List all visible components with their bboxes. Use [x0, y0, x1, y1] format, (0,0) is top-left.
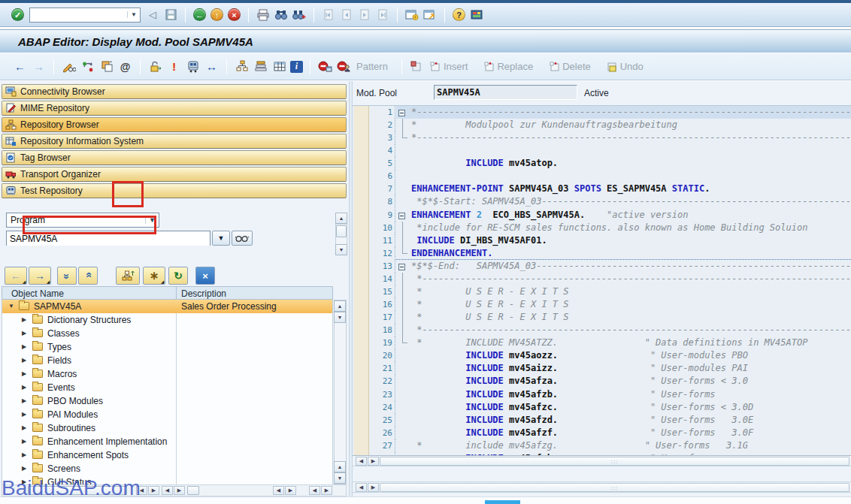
expand-arrow-icon[interactable]: ▶: [22, 451, 26, 458]
panel-scroll-right-button[interactable]: ▶: [285, 486, 296, 495]
sidebar-button-repository-browser[interactable]: Repository Browser: [2, 117, 347, 132]
tree-page-down-button[interactable]: ▼: [334, 472, 346, 484]
column-divider[interactable]: [176, 287, 177, 300]
code-line-6[interactable]: 6: [353, 170, 851, 183]
tree-item-pai-modules[interactable]: ▶PAI Modules: [2, 408, 333, 421]
outer-hscroll-thumb[interactable]: :::: [380, 483, 849, 492]
tree-item-classes[interactable]: ▶Classes: [2, 327, 333, 340]
replace-icon[interactable]: [481, 59, 497, 74]
code-line-21[interactable]: 21 INCLUDE mv45aizz. " User-modules PAI: [353, 362, 851, 375]
pattern-button[interactable]: Pattern: [356, 61, 388, 72]
code-line-19[interactable]: 19 * INCLUDE MV45ATZZ. " Data definition…: [353, 337, 851, 349]
first-page-icon[interactable]: [321, 8, 336, 23]
tree-item-events[interactable]: ▶Events: [2, 381, 333, 394]
tree-root-description[interactable]: Sales Order Processing: [181, 301, 277, 312]
object-name-dropdown-button[interactable]: ▼: [212, 231, 230, 246]
code-line-14[interactable]: 14 *------------------------------------…: [353, 273, 851, 285]
code-line-17[interactable]: 17 * U S E R - E X I T S: [353, 311, 851, 324]
refresh-button[interactable]: ↻: [168, 267, 188, 285]
copy-icon[interactable]: [98, 59, 114, 74]
object-list-icon[interactable]: [234, 59, 250, 74]
desc-scroll-right-button[interactable]: ▶: [174, 486, 185, 495]
back-arrow-icon[interactable]: ←: [12, 59, 28, 74]
editor-scroll-left-button[interactable]: ◀: [356, 457, 367, 466]
sidebar-button-mime-repository[interactable]: MIME Repository: [2, 101, 347, 116]
customize-layout-icon[interactable]: [469, 8, 484, 23]
undo-icon[interactable]: [604, 59, 620, 74]
display-mode-button[interactable]: ∗ ◢: [143, 267, 165, 285]
insert-icon[interactable]: [428, 59, 444, 74]
tree-item-fields[interactable]: ▶Fields: [2, 354, 333, 367]
command-collapse-icon[interactable]: ◁: [145, 8, 160, 23]
code-line-4[interactable]: 4: [353, 144, 851, 157]
external-breakpoint-icon[interactable]: [336, 59, 352, 74]
previous-page-icon[interactable]: [339, 8, 354, 23]
sidebar-button-transport-organizer[interactable]: Transport Organizer: [2, 167, 347, 182]
fold-box-icon[interactable]: [397, 106, 410, 119]
code-line-25[interactable]: 25 INCLUDE mv45afzd. " User-forms 3.0E: [353, 414, 851, 427]
sidebar-button-connectivity-browser[interactable]: Connectivity Browser: [2, 84, 347, 99]
activate-icon[interactable]: [80, 59, 95, 74]
create-shortcut-icon[interactable]: [422, 8, 438, 23]
code-line-8[interactable]: 8 *$*$-Start: SAPMV45A_03---------------…: [353, 195, 851, 208]
insert-button[interactable]: Insert: [444, 61, 468, 72]
object-name-field[interactable]: [6, 231, 210, 246]
info-icon[interactable]: i: [290, 61, 303, 73]
sidebar-button-tag-browser[interactable]: Tag Browser: [2, 150, 347, 165]
code-line-15[interactable]: 15 * U S E R - E X I T S: [353, 285, 851, 298]
code-line-1[interactable]: 1*--------------------------------------…: [353, 106, 851, 119]
fold-box-icon[interactable]: [397, 209, 410, 222]
tree-item-subroutines[interactable]: ▶Subroutines: [2, 421, 333, 435]
tree-forward-button[interactable]: → ◢: [29, 267, 51, 285]
delete-icon[interactable]: [547, 59, 562, 74]
new-session-icon[interactable]: [404, 8, 419, 23]
code-line-22[interactable]: 22 INCLUDE mv45afza. " User-forms < 3.0: [353, 375, 851, 388]
expand-arrow-icon[interactable]: ▶: [22, 411, 26, 418]
session-breakpoint-icon[interactable]: [317, 59, 333, 74]
last-page-icon[interactable]: [375, 8, 390, 23]
editor-horizontal-scrollbar[interactable]: ◀ ▶ :::: [353, 455, 851, 466]
expand-arrow-icon[interactable]: ▶: [22, 357, 26, 364]
expand-arrow-icon[interactable]: ▶: [22, 316, 26, 323]
help-icon[interactable]: ?: [453, 8, 465, 21]
outer-horizontal-scrollbar[interactable]: ◀ ▶ :::: [353, 481, 851, 493]
outer-scroll-left-button[interactable]: ◀: [309, 486, 320, 495]
code-line-20[interactable]: 20 INCLUDE mv45aozz. " User-modules PBO: [353, 349, 851, 362]
expand-arrow-icon[interactable]: ▶: [22, 397, 26, 404]
fold-box-icon[interactable]: [397, 260, 410, 273]
collapse-arrow-icon[interactable]: ▼: [8, 303, 14, 309]
code-line-10[interactable]: 10 *include for RE-SCM sales functions. …: [353, 222, 851, 234]
next-page-icon[interactable]: [357, 8, 372, 23]
command-dropdown-icon[interactable]: ▼: [127, 11, 140, 18]
expand-arrow-icon[interactable]: ▶: [22, 465, 26, 472]
code-line-5[interactable]: 5 INCLUDE mv45atop.: [353, 157, 851, 170]
panel-scroll-left-button[interactable]: ◀: [273, 486, 284, 495]
tree-item-macros[interactable]: ▶Macros: [2, 367, 333, 381]
expand-arrow-icon[interactable]: ▶: [22, 370, 26, 377]
expand-arrow-icon[interactable]: ▶: [22, 438, 26, 445]
delete-button[interactable]: Delete: [562, 61, 591, 72]
code-line-24[interactable]: 24 INCLUDE mv45afzc. " User-forms < 3.0D: [353, 401, 851, 414]
code-line-26[interactable]: 26 INCLUDE mv45afzf. " User-forms 3.0F: [353, 427, 851, 439]
tree-item-enhancement-implementation[interactable]: ▶Enhancement Implementation: [2, 435, 333, 448]
code-editor[interactable]: 1*--------------------------------------…: [353, 105, 851, 455]
find-next-icon[interactable]: [292, 8, 307, 23]
tree-item-enhancement-spots[interactable]: ▶Enhancement Spots: [2, 448, 333, 462]
tree-root-row[interactable]: ▼ SAPMV45A Sales Order Processing: [2, 300, 333, 313]
code-line-16[interactable]: 16 * U S E R - E X I T S: [353, 298, 851, 311]
expand-arrow-icon[interactable]: ▶: [22, 330, 26, 337]
tree-item-pbo-modules[interactable]: ▶PBO Modules: [2, 394, 333, 408]
save-icon[interactable]: [163, 8, 178, 23]
enter-icon[interactable]: ✓: [11, 8, 24, 21]
tree-page-up-button[interactable]: ▲: [334, 461, 346, 472]
mod-pool-field[interactable]: SAPMV45A: [434, 85, 577, 100]
desc-hscroll-thumb[interactable]: [187, 486, 199, 495]
tree-vertical-scrollbar[interactable]: ▲ ▼ ▲ ▼: [334, 300, 347, 484]
code-line-23[interactable]: 23 INCLUDE mv45afzb. " User-forms: [353, 388, 851, 401]
cancel-icon[interactable]: ×: [228, 8, 241, 21]
exit-icon[interactable]: ↑: [210, 8, 223, 21]
command-field[interactable]: ▼: [29, 8, 141, 23]
close-browser-button[interactable]: ×: [195, 267, 215, 285]
editor-hscroll-thumb[interactable]: :::: [380, 457, 849, 466]
sidebar-button-test-repository[interactable]: Test Repository: [2, 183, 347, 198]
